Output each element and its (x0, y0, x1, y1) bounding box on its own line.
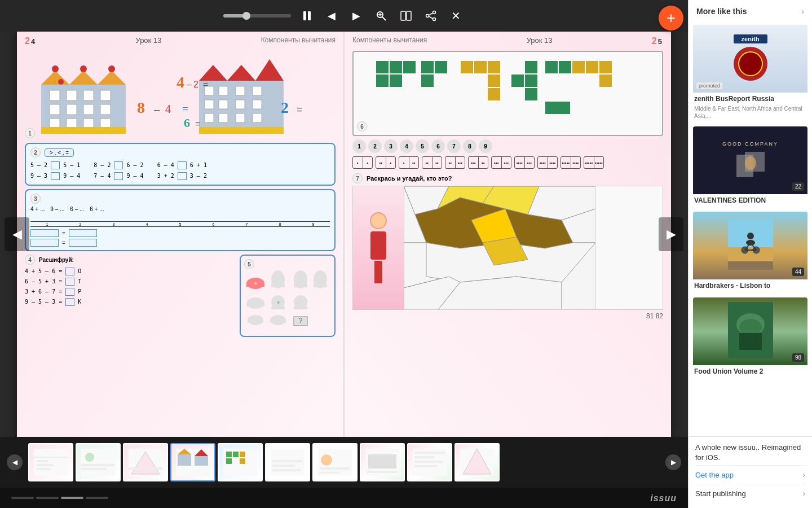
svg-rect-87 (390, 75, 402, 87)
svg-rect-41 (219, 100, 228, 109)
section-1-label: 1 (25, 128, 35, 138)
play-button[interactable]: ▶ (347, 7, 365, 25)
svg-rect-16 (67, 90, 77, 100)
good-company-card-title: VALENTINES EDITION (694, 196, 806, 205)
get-app-link[interactable]: Get the app › (695, 465, 805, 484)
svg-rect-88 (421, 61, 434, 73)
svg-point-54 (80, 65, 87, 72)
thumbnail-8[interactable] (360, 443, 405, 481)
sidebar-card-food-union[interactable]: 98 Food Union Volume 2 (693, 297, 807, 379)
thumbnail-6[interactable] (265, 443, 310, 481)
svg-rect-65 (271, 284, 285, 287)
good-company-card-thumb: GOOD COMPANY 22 (693, 126, 807, 194)
svg-rect-166 (728, 247, 773, 261)
pause-button[interactable] (298, 7, 316, 25)
section-7: 7 Раскрась и угадай, кто это? (352, 173, 663, 320)
left-page-content: 24 Урок 13 Компоненты вычитания 1 (17, 32, 343, 437)
good-company-logo: GOOD COMPANY (722, 141, 778, 179)
thumbnail-3[interactable] (123, 443, 168, 481)
svg-rect-89 (435, 61, 447, 73)
pause-icon (303, 11, 311, 20)
prev-button[interactable]: ◀ (323, 7, 341, 25)
svg-rect-21 (83, 104, 94, 115)
svg-rect-84 (390, 61, 402, 73)
svg-point-168 (747, 233, 754, 239)
svg-marker-12 (69, 71, 98, 85)
promoted-badge: promoted (696, 82, 722, 89)
section-4: 4 Расшифруй: 4 + 5 – 6 = О 6 – 5 + 3 = Т… (25, 255, 236, 337)
section-4-equations: 4 + 5 – 6 = О 6 – 5 + 3 = Т 3 + 6 – 7 = … (25, 266, 236, 307)
page-indicators (11, 497, 108, 499)
good-company-thumb-bg: GOOD COMPANY (693, 126, 807, 194)
svg-rect-15 (50, 90, 60, 100)
more-like-header: More like this › (689, 0, 812, 20)
sidebar-card-zenith[interactable]: zenith promoted zenith BusReport Russia … (693, 25, 807, 122)
share-button[interactable] (422, 7, 440, 25)
thumbnail-9[interactable] (407, 443, 452, 481)
thumbnail-2[interactable] (76, 443, 121, 481)
good-company-badge: 22 (792, 182, 804, 191)
page-dot-3 (61, 497, 83, 499)
svg-marker-32 (199, 65, 227, 81)
thumbnail-10[interactable] (454, 443, 500, 481)
chevron-right-icon[interactable]: › (801, 7, 804, 16)
svg-rect-18 (100, 90, 111, 100)
svg-text:4: 4 (165, 103, 171, 115)
share-icon (425, 10, 436, 21)
sidebar-card-good-company[interactable]: GOOD COMPANY 22 VALENTINES EDITION (693, 126, 807, 208)
svg-rect-102 (572, 61, 585, 73)
sidebar-card-hardbrakers[interactable]: 44 Hardbrakers - Lisbon to (693, 212, 807, 293)
close-button[interactable]: ✕ (447, 7, 465, 25)
svg-text:=: = (297, 104, 303, 115)
svg-rect-85 (403, 61, 416, 73)
zenith-badge-inner (738, 51, 763, 76)
thumb-prev-button[interactable]: ◀ (7, 454, 23, 470)
svg-point-7 (426, 15, 429, 17)
svg-rect-80 (270, 319, 286, 323)
progress-bar-container[interactable] (223, 14, 291, 17)
zenith-card-thumb: zenith promoted (693, 25, 807, 93)
svg-rect-44 (205, 113, 214, 122)
right-sidebar: More like this › zenith promoted (688, 0, 812, 508)
more-like-title: More like this (696, 7, 747, 16)
left-lesson-label: Урок 13 (135, 36, 161, 46)
mosaic-svg (404, 186, 595, 310)
book-spread-area: ◀ 24 Урок 13 Компоненты вычитания (0, 32, 688, 437)
svg-rect-95 (488, 88, 500, 100)
svg-rect-104 (599, 61, 612, 73)
svg-rect-17 (83, 90, 94, 100)
add-float-button[interactable]: + (659, 6, 683, 30)
block-puzzle-svg (370, 55, 613, 129)
thumbnail-1[interactable] (28, 443, 73, 481)
zenith-brand: zenith (734, 34, 767, 43)
zoom-button[interactable] (372, 7, 390, 25)
thumbnail-strip: ◀ (0, 437, 688, 488)
nav-prev-button[interactable]: ◀ (5, 217, 29, 251)
svg-rect-136 (195, 456, 208, 466)
layout-button[interactable] (397, 7, 415, 25)
castle-illustration: 8 – 4 = (38, 54, 309, 138)
svg-text:8: 8 (137, 99, 145, 116)
svg-point-6 (433, 11, 436, 14)
thumb-next-button[interactable]: ▶ (665, 454, 681, 470)
page-footer-numbers: 81 82 (352, 312, 663, 320)
svg-rect-105 (599, 75, 612, 87)
svg-marker-11 (41, 71, 69, 85)
svg-rect-156 (414, 452, 445, 454)
thumbnail-5[interactable] (218, 443, 263, 481)
thumbnail-7[interactable] (312, 443, 358, 481)
nav-next-button[interactable]: ▶ (659, 217, 683, 251)
svg-rect-20 (67, 104, 77, 115)
right-page: Компоненты вычитания Урок 13 25 6 (345, 32, 671, 437)
svg-text:2: 2 (281, 99, 289, 116)
thumbnail-4[interactable] (170, 443, 215, 481)
svg-rect-96 (511, 75, 524, 87)
get-app-label: Get the app (695, 471, 734, 479)
svg-text:?: ? (299, 317, 303, 325)
food-union-badge: 98 (792, 353, 804, 362)
svg-rect-150 (320, 467, 350, 470)
section-2-header: 2 > , < , = (30, 147, 330, 157)
start-publishing-link[interactable]: Start publishing › (695, 484, 805, 502)
left-page-header: 24 Урок 13 Компоненты вычитания (25, 36, 336, 46)
svg-rect-128 (81, 464, 115, 466)
